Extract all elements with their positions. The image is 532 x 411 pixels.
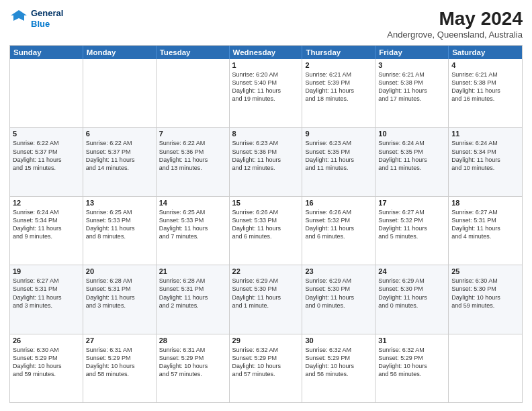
day-number: 27 — [86, 336, 153, 345]
day-number: 10 — [378, 130, 445, 138]
cal-header-friday: Friday — [375, 46, 449, 59]
cal-week-4: 19Sunrise: 6:27 AM Sunset: 5:31 PM Dayli… — [10, 265, 522, 333]
day-number: 13 — [86, 199, 153, 207]
cal-day-24: 24Sunrise: 6:29 AM Sunset: 5:30 PM Dayli… — [375, 265, 449, 333]
day-number: 12 — [13, 199, 80, 207]
page: General Blue May 2024 Andergrove, Queens… — [0, 0, 532, 411]
day-info: Sunrise: 6:29 AM Sunset: 5:30 PM Dayligh… — [232, 277, 300, 310]
day-info: Sunrise: 6:30 AM Sunset: 5:30 PM Dayligh… — [451, 277, 519, 310]
day-info: Sunrise: 6:20 AM Sunset: 5:40 PM Dayligh… — [232, 71, 300, 103]
cal-day-14: 14Sunrise: 6:25 AM Sunset: 5:33 PM Dayli… — [157, 197, 230, 265]
cal-day-20: 20Sunrise: 6:28 AM Sunset: 5:31 PM Dayli… — [83, 265, 157, 333]
day-info: Sunrise: 6:24 AM Sunset: 5:34 PM Dayligh… — [13, 208, 80, 241]
cal-day-6: 6Sunrise: 6:22 AM Sunset: 5:37 PM Daylig… — [83, 128, 157, 195]
day-number: 11 — [451, 130, 519, 138]
day-number: 29 — [232, 336, 300, 345]
day-number: 5 — [13, 130, 80, 138]
day-info: Sunrise: 6:22 AM Sunset: 5:36 PM Dayligh… — [159, 139, 226, 172]
day-info: Sunrise: 6:25 AM Sunset: 5:33 PM Dayligh… — [159, 208, 226, 241]
day-number: 1 — [232, 61, 300, 69]
day-number: 23 — [305, 267, 372, 275]
cal-day-16: 16Sunrise: 6:26 AM Sunset: 5:32 PM Dayli… — [302, 197, 375, 265]
cal-day-18: 18Sunrise: 6:27 AM Sunset: 5:31 PM Dayli… — [449, 197, 522, 265]
cal-day-9: 9Sunrise: 6:23 AM Sunset: 5:35 PM Daylig… — [302, 128, 375, 195]
calendar-header: SundayMondayTuesdayWednesdayThursdayFrid… — [10, 46, 522, 59]
day-number: 2 — [305, 61, 372, 69]
cal-day-10: 10Sunrise: 6:24 AM Sunset: 5:35 PM Dayli… — [375, 128, 449, 195]
cal-day-29: 29Sunrise: 6:32 AM Sunset: 5:29 PM Dayli… — [230, 334, 303, 402]
cal-day-3: 3Sunrise: 6:21 AM Sunset: 5:38 PM Daylig… — [375, 59, 449, 127]
day-number: 6 — [86, 130, 153, 138]
day-info: Sunrise: 6:32 AM Sunset: 5:29 PM Dayligh… — [305, 346, 372, 379]
cal-day-4: 4Sunrise: 6:21 AM Sunset: 5:38 PM Daylig… — [449, 59, 522, 127]
cal-empty-cell — [83, 59, 157, 127]
cal-day-28: 28Sunrise: 6:31 AM Sunset: 5:29 PM Dayli… — [157, 334, 230, 402]
calendar: SundayMondayTuesdayWednesdayThursdayFrid… — [9, 45, 523, 403]
day-info: Sunrise: 6:21 AM Sunset: 5:38 PM Dayligh… — [451, 71, 519, 103]
cal-week-5: 26Sunrise: 6:30 AM Sunset: 5:29 PM Dayli… — [10, 334, 522, 402]
day-number: 17 — [378, 199, 445, 207]
day-info: Sunrise: 6:32 AM Sunset: 5:29 PM Dayligh… — [378, 346, 445, 379]
day-info: Sunrise: 6:27 AM Sunset: 5:31 PM Dayligh… — [13, 277, 80, 310]
day-number: 4 — [451, 61, 519, 69]
cal-day-13: 13Sunrise: 6:25 AM Sunset: 5:33 PM Dayli… — [83, 197, 157, 265]
day-number: 24 — [378, 267, 445, 275]
cal-day-7: 7Sunrise: 6:22 AM Sunset: 5:36 PM Daylig… — [157, 128, 230, 195]
day-number: 30 — [305, 336, 372, 345]
day-info: Sunrise: 6:28 AM Sunset: 5:31 PM Dayligh… — [159, 277, 226, 310]
cal-day-23: 23Sunrise: 6:29 AM Sunset: 5:30 PM Dayli… — [302, 265, 375, 333]
day-number: 7 — [159, 130, 226, 138]
day-number: 21 — [159, 267, 226, 275]
day-number: 9 — [305, 130, 372, 138]
cal-day-15: 15Sunrise: 6:26 AM Sunset: 5:33 PM Dayli… — [230, 197, 303, 265]
day-info: Sunrise: 6:21 AM Sunset: 5:38 PM Dayligh… — [378, 71, 445, 103]
cal-day-8: 8Sunrise: 6:23 AM Sunset: 5:36 PM Daylig… — [230, 128, 303, 195]
cal-header-saturday: Saturday — [449, 46, 522, 59]
cal-header-sunday: Sunday — [10, 46, 83, 59]
day-info: Sunrise: 6:28 AM Sunset: 5:31 PM Dayligh… — [86, 277, 153, 310]
cal-day-2: 2Sunrise: 6:21 AM Sunset: 5:39 PM Daylig… — [302, 59, 375, 127]
day-number: 14 — [159, 199, 226, 207]
day-info: Sunrise: 6:23 AM Sunset: 5:35 PM Dayligh… — [305, 139, 372, 172]
cal-day-22: 22Sunrise: 6:29 AM Sunset: 5:30 PM Dayli… — [230, 265, 303, 333]
cal-day-27: 27Sunrise: 6:31 AM Sunset: 5:29 PM Dayli… — [83, 334, 157, 402]
day-info: Sunrise: 6:31 AM Sunset: 5:29 PM Dayligh… — [159, 346, 226, 379]
cal-header-thursday: Thursday — [302, 46, 375, 59]
day-info: Sunrise: 6:25 AM Sunset: 5:33 PM Dayligh… — [86, 208, 153, 241]
cal-day-21: 21Sunrise: 6:28 AM Sunset: 5:31 PM Dayli… — [157, 265, 230, 333]
day-info: Sunrise: 6:30 AM Sunset: 5:29 PM Dayligh… — [13, 346, 80, 379]
day-info: Sunrise: 6:31 AM Sunset: 5:29 PM Dayligh… — [86, 346, 153, 379]
header: General Blue May 2024 Andergrove, Queens… — [9, 8, 523, 40]
cal-day-31: 31Sunrise: 6:32 AM Sunset: 5:29 PM Dayli… — [375, 334, 449, 402]
cal-day-19: 19Sunrise: 6:27 AM Sunset: 5:31 PM Dayli… — [10, 265, 83, 333]
cal-day-11: 11Sunrise: 6:24 AM Sunset: 5:34 PM Dayli… — [449, 128, 522, 195]
cal-header-monday: Monday — [83, 46, 157, 59]
cal-week-2: 5Sunrise: 6:22 AM Sunset: 5:37 PM Daylig… — [10, 127, 522, 195]
day-info: Sunrise: 6:26 AM Sunset: 5:33 PM Dayligh… — [232, 208, 300, 241]
cal-day-25: 25Sunrise: 6:30 AM Sunset: 5:30 PM Dayli… — [449, 265, 522, 333]
day-number: 19 — [13, 267, 80, 275]
day-info: Sunrise: 6:29 AM Sunset: 5:30 PM Dayligh… — [305, 277, 372, 310]
day-info: Sunrise: 6:24 AM Sunset: 5:35 PM Dayligh… — [378, 139, 445, 172]
cal-empty-cell — [10, 59, 83, 127]
day-info: Sunrise: 6:24 AM Sunset: 5:34 PM Dayligh… — [451, 139, 519, 172]
cal-day-30: 30Sunrise: 6:32 AM Sunset: 5:29 PM Dayli… — [302, 334, 375, 402]
cal-header-wednesday: Wednesday — [230, 46, 303, 59]
day-number: 3 — [378, 61, 445, 69]
day-number: 28 — [159, 336, 226, 345]
cal-day-26: 26Sunrise: 6:30 AM Sunset: 5:29 PM Dayli… — [10, 334, 83, 402]
day-info: Sunrise: 6:27 AM Sunset: 5:31 PM Dayligh… — [451, 208, 519, 241]
day-info: Sunrise: 6:27 AM Sunset: 5:32 PM Dayligh… — [378, 208, 445, 241]
logo: General Blue — [9, 8, 63, 30]
day-info: Sunrise: 6:32 AM Sunset: 5:29 PM Dayligh… — [232, 346, 300, 379]
logo-svg — [9, 9, 28, 29]
day-info: Sunrise: 6:21 AM Sunset: 5:39 PM Dayligh… — [305, 71, 372, 103]
day-number: 8 — [232, 130, 300, 138]
cal-header-tuesday: Tuesday — [157, 46, 230, 59]
cal-day-1: 1Sunrise: 6:20 AM Sunset: 5:40 PM Daylig… — [230, 59, 303, 127]
logo-text-block: General Blue — [31, 8, 63, 30]
day-number: 25 — [451, 267, 519, 275]
day-number: 20 — [86, 267, 153, 275]
day-info: Sunrise: 6:22 AM Sunset: 5:37 PM Dayligh… — [86, 139, 153, 172]
day-number: 15 — [232, 199, 300, 207]
